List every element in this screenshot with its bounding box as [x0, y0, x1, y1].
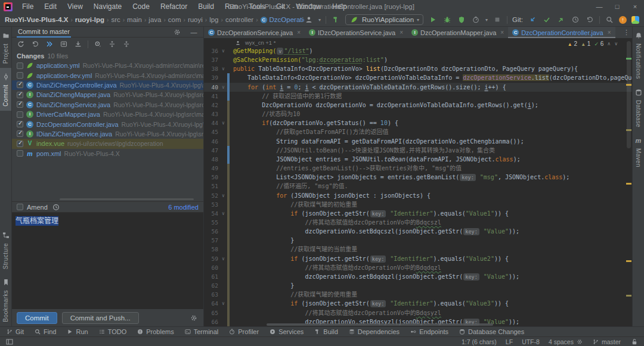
fold-marker-icon[interactable]: ∨: [219, 64, 227, 73]
changed-file-row[interactable]: application.ymlRuoYi-Vue-Plus-4.X\ruoyi-…: [12, 61, 203, 70]
commit-options-gear-icon[interactable]: [189, 313, 199, 323]
breadcrumb-item[interactable]: src: [111, 16, 120, 23]
menu-tools[interactable]: Tools: [244, 1, 270, 12]
code-line[interactable]: 41 // 获取返回值中的第1行数据: [204, 92, 632, 101]
code-line[interactable]: 61 dzcOperationVo.setBdqdqzl(jsonObject.…: [204, 272, 632, 281]
commit-button[interactable]: Commit: [17, 312, 57, 324]
breadcrumb-item[interactable]: controller: [225, 16, 253, 23]
maximize-button[interactable]: □: [608, 0, 626, 13]
toolwindow-button-git[interactable]: Git: [6, 328, 24, 335]
code-line[interactable]: 60 //将其动态赋值给dzcOperationVo中的Bdqdqzl: [204, 263, 632, 272]
tool-stripe-bookmarks[interactable]: Bookmarks: [0, 273, 11, 326]
amend-checkbox[interactable]: [17, 204, 23, 210]
run-configuration-select[interactable]: RuoYiApplication ▾: [345, 14, 423, 25]
changed-file-row[interactable]: Vindex.vueruoyi-ui\src\views\lpg\dzcoper…: [12, 139, 203, 148]
modified-files-link[interactable]: 6 modified: [168, 204, 199, 211]
fold-marker-icon[interactable]: ∨: [219, 191, 227, 200]
changed-file-row[interactable]: IDriverCarMapper.javaRuoYi-Vue-Plus-4.X\…: [12, 110, 203, 119]
editor-tab[interactable]: IDzcOperationMapper.java×: [407, 27, 508, 38]
fold-marker-icon[interactable]: ∨: [219, 83, 227, 92]
menu-run[interactable]: Run: [220, 1, 243, 12]
menu-code[interactable]: Code: [128, 1, 154, 12]
code-line[interactable]: 39 TableDataInfo<DzcOperationVo> dzcOper…: [204, 73, 632, 82]
build-project-icon[interactable]: [331, 15, 340, 24]
close-tab-icon[interactable]: ×: [500, 29, 504, 36]
next-issue-icon[interactable]: ∨: [614, 41, 618, 46]
changed-file-row[interactable]: CDianZiChengController.javaRuoYi-Vue-Plu…: [12, 80, 203, 90]
commit-and-push-button[interactable]: Commit and Push...: [62, 312, 139, 324]
git-push-button[interactable]: [556, 15, 566, 24]
menu-navigate[interactable]: Navigate: [89, 1, 126, 12]
profiler-button[interactable]: [471, 15, 481, 24]
menu-edit[interactable]: Edit: [39, 1, 61, 12]
file-checkbox[interactable]: [17, 82, 23, 88]
breadcrumb-item[interactable]: java: [148, 16, 161, 23]
code-line[interactable]: 64∨ if (jsonObject.getStr(key: "Identifi…: [204, 299, 632, 308]
git-update-button[interactable]: [528, 15, 537, 24]
unshelve-icon[interactable]: [73, 39, 83, 49]
menu-window[interactable]: Window: [291, 1, 326, 12]
minimize-button[interactable]: —: [590, 0, 608, 13]
line-separator-widget[interactable]: LF: [506, 338, 513, 345]
code-line[interactable]: 53 //获取煤气罐的初始重量: [204, 200, 632, 209]
breadcrumb-item[interactable]: ruoyi: [188, 16, 203, 23]
editor-tab[interactable]: CDzcOperationService.java×: [204, 27, 305, 38]
close-tab-icon[interactable]: ×: [400, 29, 403, 36]
tool-stripe-maven[interactable]: m Maven: [633, 132, 644, 172]
changed-file-row[interactable]: CDzcOperationController.javaRuoYi-Vue-Pl…: [12, 119, 203, 129]
fold-marker-icon[interactable]: ∨: [219, 299, 227, 308]
tool-stripe-project[interactable]: Project: [0, 27, 11, 68]
code-line[interactable]: 40∨ for (int i = 0; i < dzcOperationVoTa…: [204, 83, 632, 92]
code-line[interactable]: 48 JSONObject entries = JSONUtil.toBean(…: [204, 155, 632, 164]
window-layout-icon[interactable]: [5, 337, 14, 346]
code-line[interactable]: 54∨ if (jsonObject.getStr(key: "Identifi…: [204, 209, 632, 218]
changed-file-row[interactable]: IIDianZiChengService.javaRuoYi-Vue-Plus-…: [12, 129, 203, 139]
menu-refactor[interactable]: Refactor: [156, 1, 192, 12]
changes-group-row[interactable]: Changes10 files: [12, 51, 203, 61]
menu-git[interactable]: Git: [271, 1, 290, 12]
file-checkbox[interactable]: [17, 111, 23, 118]
more-tabs-icon[interactable]: ⋮: [623, 29, 630, 36]
file-checkbox[interactable]: [17, 150, 23, 157]
code-line[interactable]: 47 //JSONUtil.toBean()-->快速处理JSON数据,并将其转…: [204, 146, 632, 155]
close-tab-icon[interactable]: ×: [608, 29, 611, 36]
breadcrumb-item[interactable]: RuoYi-Vue-Plus-4.X: [5, 16, 69, 23]
code-line[interactable]: 63 //获取煤气罐的使用重量: [204, 290, 632, 299]
readonly-lock-icon[interactable]: [630, 337, 639, 346]
code-line[interactable]: 49 //entries.getBeanList()-->获取entries对象…: [204, 164, 632, 173]
tool-stripe-notifications[interactable]: Notifications: [633, 27, 644, 83]
toolwindow-button-endpoints[interactable]: Endpoints: [410, 328, 448, 335]
menu-help[interactable]: Help: [327, 1, 352, 12]
editor-vertical-scrollbar[interactable]: [627, 41, 631, 148]
commit-settings-gear-icon[interactable]: [172, 27, 182, 37]
rollback-icon[interactable]: [30, 39, 40, 49]
inspections-widget[interactable]: ▲ 2 ▲ 1 ✓ 6 ∧ ∨: [568, 40, 618, 47]
menu-build[interactable]: Build: [193, 1, 219, 12]
code-line[interactable]: 59∨ if (jsonObject.getStr(key: "Identifi…: [204, 254, 632, 263]
collapse-all-icon[interactable]: [122, 39, 131, 49]
code-line[interactable]: 36∨@GetMapping(v"/list"): [204, 46, 632, 55]
indent-widget[interactable]: 4 spaces: [549, 338, 583, 345]
changes-horizontal-scrollbar[interactable]: [60, 198, 194, 200]
toolwindow-button-todo[interactable]: TODO: [98, 328, 127, 335]
editor-tab[interactable]: CDzcOperationController.java×: [508, 27, 615, 38]
expand-all-icon[interactable]: [107, 39, 117, 49]
code-line[interactable]: 56 dzcOperationVo.setBdqcszl(jsonObject.…: [204, 227, 632, 236]
menu-view[interactable]: View: [63, 1, 88, 12]
tool-stripe-structure[interactable]: Structure: [0, 226, 11, 273]
caret-position-widget[interactable]: 1:7 (6 chars): [462, 338, 497, 345]
toolwindow-button-problems[interactable]: Problems: [137, 328, 174, 335]
file-checkbox[interactable]: [17, 141, 23, 147]
fold-marker-icon[interactable]: ∨: [219, 119, 227, 127]
breadcrumb-class[interactable]: CDzcOperationController: [261, 16, 304, 23]
code-line[interactable]: 43 //状态码为10: [204, 110, 632, 119]
code-line[interactable]: 50 List<JSONObject> jsonObjects = entrie…: [204, 173, 632, 182]
plugin-logo-icon[interactable]: [631, 16, 639, 24]
git-rollback-button[interactable]: [585, 15, 595, 24]
code-line[interactable]: 44∨ if(dzcOperationVo.getStatus() == 10)…: [204, 119, 632, 127]
refresh-changes-icon[interactable]: [16, 39, 26, 49]
git-branch-widget[interactable]: master: [592, 338, 621, 345]
breadcrumb-item[interactable]: ruoyi-lpg: [75, 16, 104, 23]
coverage-button[interactable]: [457, 15, 466, 24]
search-everywhere-button[interactable]: [605, 15, 614, 24]
